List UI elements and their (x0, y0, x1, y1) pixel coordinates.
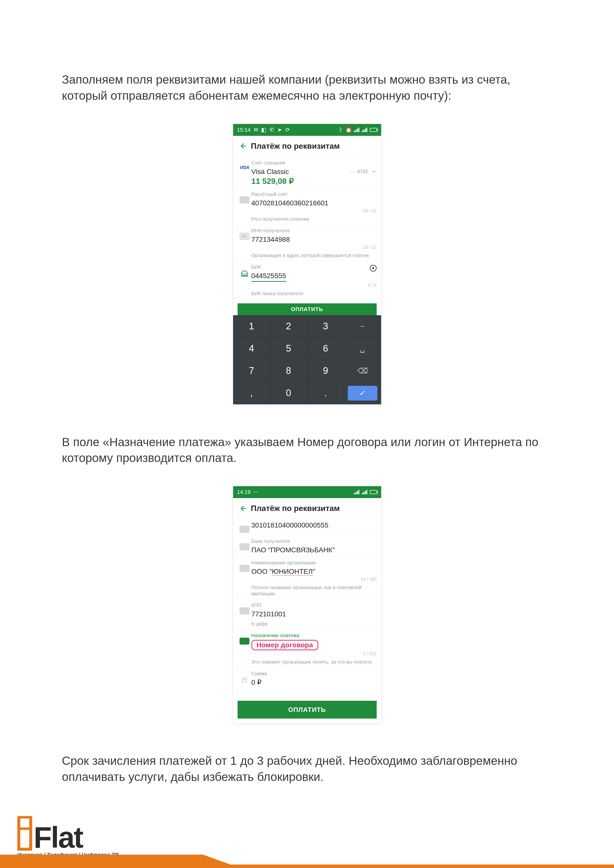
screenshot-1: 15:14 ✉ ◧ ✆ ➤ ⟳ ᛒ ⏰ Платёж по реквизитам (233, 124, 381, 405)
org-label: Наименование организации (251, 560, 377, 566)
key-space[interactable]: ␣ (344, 338, 381, 360)
key-comma[interactable]: , (233, 382, 270, 404)
org-counter: 14 / 160 (251, 577, 377, 582)
kpp-label: КПП (251, 603, 377, 608)
bik-counter: 9 / 9 (251, 283, 377, 288)
inn-row[interactable]: N° ИНН получателя 7721344988 10 / 12 Орг… (233, 225, 381, 261)
target-icon[interactable] (370, 265, 377, 272)
chip-icon-2c (240, 565, 250, 572)
key-4[interactable]: 4 (233, 338, 270, 360)
back-button[interactable] (237, 141, 248, 152)
footer-bar (0, 865, 614, 868)
bank-label: Банк получателя (251, 538, 377, 544)
app-bar-2: Платёж по реквизитам (233, 498, 381, 519)
kpp-row[interactable]: КПП 772101001 9 цифр (233, 599, 381, 629)
key-7[interactable]: 7 (233, 360, 270, 382)
key-dot[interactable]: . (307, 382, 344, 404)
card-last4: ···· 9782 (350, 169, 368, 174)
key-0[interactable]: 0 (270, 382, 307, 404)
card-chip-icon (240, 197, 250, 203)
screen-title-2: Платёж по реквизитам (251, 504, 340, 513)
pay-button-2[interactable]: ОПЛАТИТЬ (237, 701, 377, 719)
signal-icon-4 (362, 490, 367, 494)
telegram-icon: ➤ (277, 127, 282, 133)
key-5[interactable]: 5 (270, 338, 307, 360)
amount-label: Сумма (251, 671, 377, 676)
logo-i-icon (17, 816, 32, 851)
amount-value: 0 ₽ (251, 678, 377, 687)
bik-row[interactable]: БИК 044525555 9 / 9 БИК банка получателя (233, 261, 381, 299)
kpp-value: 772101001 (251, 610, 377, 618)
bik-label: БИК (251, 264, 377, 270)
inn-value: 7721344988 (251, 235, 377, 244)
intro-paragraph-2: В поле «Назначение платежа» указываем Но… (62, 434, 552, 467)
signal-icon-1 (354, 128, 359, 132)
purpose-highlight: Номер договора (251, 640, 377, 650)
msg-icon: ✉ (253, 127, 259, 133)
inn-counter: 10 / 12 (251, 245, 377, 250)
sync-icon: ⟳ (285, 127, 290, 133)
purpose-counter: 0 / 192 (251, 651, 377, 656)
alarm-icon: ⏰ (346, 127, 351, 133)
inn-note: Организация в адрес которой совершается … (251, 253, 377, 259)
key-done[interactable]: ✓ (347, 386, 378, 401)
bank-row[interactable]: Банк получателя ПАО "ПРОМСВЯЗЬБАНК" (233, 535, 381, 556)
screen-title: Платёж по реквизитам (251, 141, 340, 151)
org-note: Полное название организации, как в плате… (251, 584, 377, 597)
bank-icon (237, 264, 251, 297)
chip-icon-2e (240, 638, 250, 645)
chip-icon-2d (240, 608, 250, 614)
pay-button[interactable]: ОПЛАТИТЬ (237, 303, 377, 315)
card-label: Счет списания (251, 160, 377, 166)
account-number-row[interactable]: Расчётный счёт 40702810460360216601 20 /… (233, 188, 381, 225)
lock-icon (237, 671, 251, 687)
chip-icon-2a (240, 526, 250, 533)
back-button-2[interactable] (237, 503, 248, 514)
bank-value: ПАО "ПРОМСВЯЗЬБАНК" (251, 546, 377, 554)
status-bar: 15:14 ✉ ◧ ✆ ➤ ⟳ ᛒ ⏰ (233, 124, 381, 136)
org-value: ООО "ЮНИОНТЕЛ" (251, 567, 377, 576)
key-6[interactable]: 6 (307, 338, 344, 360)
key-1[interactable]: 1 (233, 315, 270, 338)
bt-icon: ᛒ (338, 127, 344, 133)
card-name: Visa Classic (251, 167, 289, 176)
card-balance: 11 529,08 ₽ (251, 177, 377, 186)
chip-icon-2b (240, 543, 250, 550)
key-8[interactable]: 8 (270, 360, 307, 382)
intro-paragraph-1: Заполняем поля реквизитами нашей компани… (62, 72, 552, 104)
amount-row[interactable]: Сумма 0 ₽ (233, 667, 381, 689)
key-2[interactable]: 2 (270, 315, 307, 338)
kpp-note: 9 цифр (251, 621, 377, 627)
key-backspace[interactable]: ⌫ (344, 360, 381, 382)
page-footer: Flat Интернет / Телефония / Цифровое ТВ (0, 816, 614, 858)
more-icon: ⋯ (253, 490, 259, 495)
purpose-label: Назначение платежа (251, 633, 377, 639)
purpose-note: Это поможет организации понять, за что в… (251, 659, 377, 665)
account-note: Р/сч получателя платежа (251, 216, 377, 222)
screenshot-2: 14:19 ⋯ Платёж по реквизитам 30101810400… (233, 486, 381, 723)
chevron-down-icon (371, 169, 377, 174)
bik-note: БИК банка получателя (251, 290, 377, 297)
key-minus[interactable]: − (344, 315, 381, 338)
key-3[interactable]: 3 (307, 315, 344, 338)
app-bar: Платёж по реквизитам (233, 136, 381, 157)
account-value: 40702810460360216601 (251, 199, 377, 207)
app-icon-1: ◧ (261, 127, 267, 133)
visa-icon: VISA (240, 165, 249, 170)
whatsapp-icon: ✆ (269, 127, 274, 133)
bik-value: 044525555 (251, 271, 377, 282)
inn-label: ИНН получателя (251, 228, 377, 234)
intro-paragraph-3: Срок зачисления платежей от 1 до 3 рабоч… (62, 753, 552, 785)
signal-icon-3 (354, 490, 359, 494)
key-9[interactable]: 9 (307, 360, 344, 382)
debit-account-row[interactable]: VISA Счет списания Visa Classic ···· 978… (233, 157, 381, 188)
signal-icon-2 (362, 128, 367, 132)
purpose-row[interactable]: Назначение платежа Номер договора 0 / 19… (233, 629, 381, 667)
org-row[interactable]: Наименование организации ООО "ЮНИОНТЕЛ" … (233, 556, 381, 599)
battery-icon (370, 128, 377, 132)
status-time-2: 14:19 (237, 489, 251, 495)
corr-account-value: 30101810400000000555 (251, 521, 377, 530)
status-bar-2: 14:19 ⋯ (233, 486, 381, 498)
status-time: 15:14 (237, 127, 251, 133)
corr-account-row[interactable]: 30101810400000000555 (233, 519, 381, 535)
